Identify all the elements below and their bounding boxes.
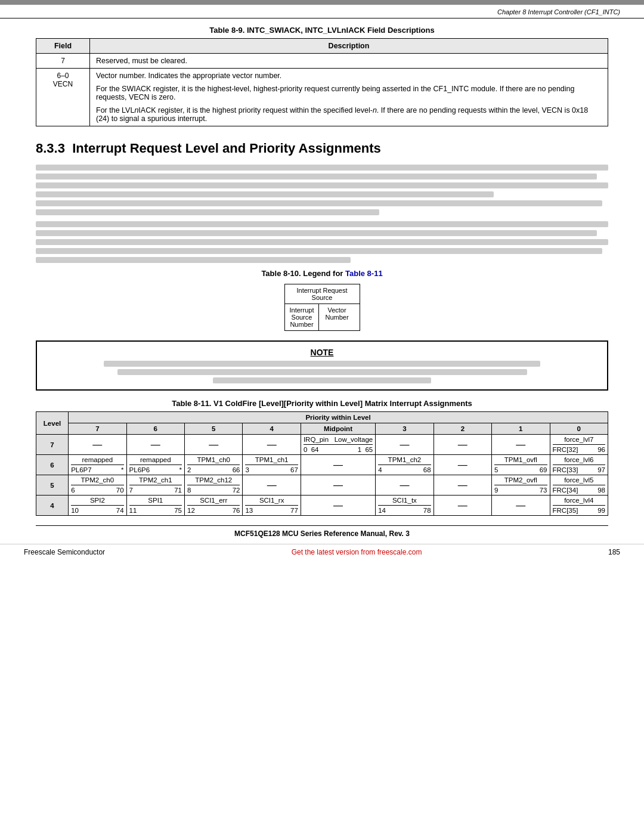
table9-title: Table 8-9. INTC_SWIACK, INTC_LVLnIACK Fi… <box>36 26 608 35</box>
l4-c2: — <box>434 496 491 516</box>
l7-c2: — <box>434 435 491 455</box>
l7-c7: — <box>69 435 126 455</box>
col-5: 5 <box>185 423 243 435</box>
l4-c7: SPI2 1074 <box>69 496 126 516</box>
col-3: 3 <box>376 423 434 435</box>
legend-right: VectorNumber <box>319 304 354 330</box>
l6-c0: force_lvl6 FRC[33]97 <box>550 455 608 475</box>
level-7-row: 7 — — — — IRQ_pin Low_voltage <box>36 435 608 455</box>
table-row: 7 Reserved, must be cleared. <box>36 54 608 69</box>
note-title: NOTE <box>49 348 595 357</box>
l7-c6: — <box>126 435 184 455</box>
irq-pin-nums: 0 64 <box>304 446 319 453</box>
section-title: Interrupt Request Level and Priority Ass… <box>72 141 381 156</box>
l6-c5: TPM1_ch0 266 <box>185 455 243 475</box>
col-1: 1 <box>492 423 550 435</box>
l4-midpoint: — <box>301 496 375 516</box>
l6-c3: TPM1_ch2 468 <box>376 455 434 475</box>
table-row: 6–0VECN Vector number. Indicates the app… <box>36 69 608 126</box>
note-box: NOTE <box>36 340 608 391</box>
body-paragraph-2 <box>36 221 608 263</box>
level-6-label: 6 <box>36 455 69 475</box>
legend-table: Interrupt RequestSource InterruptSourceN… <box>284 284 360 331</box>
footer-company: Freescale Semiconductor <box>24 548 105 556</box>
l4-c5: SCI1_err 1276 <box>185 496 243 516</box>
table9-col-desc: Description <box>90 39 608 54</box>
l6-c7: remapped PL6P7 * <box>69 455 126 475</box>
note-text <box>49 361 595 383</box>
footer-link[interactable]: Get the latest version from freescale.co… <box>105 548 608 556</box>
chapter-header: Chapter 8 Interrupt Controller (CF1_INTC… <box>0 5 644 18</box>
level-4-label: 4 <box>36 496 69 516</box>
level-col-header: Level <box>36 412 69 435</box>
legend-left: InterruptSourceNumber <box>285 304 320 330</box>
l7-c5: — <box>185 435 243 455</box>
l4-c0: force_lvl4 FRC[35]99 <box>550 496 608 516</box>
table10-title: Table 8-10. Legend for Table 8-11 <box>36 269 608 278</box>
legend-bottom: InterruptSourceNumber VectorNumber <box>285 304 360 330</box>
l5-c1: TPM2_ovfl 973 <box>492 475 550 496</box>
col-6: 6 <box>126 423 184 435</box>
level-6-row: 6 remapped PL6P7 * remapped PL6P6 * <box>36 455 608 475</box>
section-number: 8.3.3 <box>36 141 65 156</box>
l7-midpoint: IRQ_pin Low_voltage 0 64 1 65 <box>301 435 375 455</box>
field-vecn: 6–0VECN <box>36 69 90 126</box>
priority-header: Priority within Level <box>69 412 608 423</box>
footer-page: 185 <box>608 548 620 556</box>
l7-c3: — <box>376 435 434 455</box>
legend-container: Interrupt RequestSource InterruptSourceN… <box>36 284 608 331</box>
l5-c6: TPM2_ch1 771 <box>126 475 184 496</box>
legend-top: Interrupt RequestSource <box>285 284 360 304</box>
col-4: 4 <box>243 423 301 435</box>
top-bar <box>0 0 644 5</box>
l5-c2: — <box>434 475 491 496</box>
l5-c3: — <box>376 475 434 496</box>
footer-bottom: Freescale Semiconductor Get the latest v… <box>0 544 644 560</box>
l6-midpoint: — <box>301 455 375 475</box>
l4-c6: SPI1 1175 <box>126 496 184 516</box>
l5-c7: TPM2_ch0 670 <box>69 475 126 496</box>
body-paragraph-1 <box>36 165 608 215</box>
level-5-label: 5 <box>36 475 69 496</box>
l6-c2: — <box>434 455 491 475</box>
low-voltage-label: Low_voltage <box>335 436 373 443</box>
l4-c4: SCI1_rx 1377 <box>243 496 301 516</box>
l4-c1: — <box>492 496 550 516</box>
footer-manual: MCF51QE128 MCU Series Reference Manual, … <box>36 525 608 538</box>
field-7: 7 <box>36 54 90 69</box>
l6-c6: remapped PL6P6 * <box>126 455 184 475</box>
level-5-row: 5 TPM2_ch0 670 TPM2_ch1 771 TP <box>36 475 608 496</box>
col-0: 0 <box>550 423 608 435</box>
table11-title: Table 8-11. V1 ColdFire [Level][Priority… <box>36 399 608 408</box>
level-4-row: 4 SPI2 1074 SPI1 1175 SCI1_err <box>36 496 608 516</box>
col-midpoint: Midpoint <box>301 423 375 435</box>
l6-c1: TPM1_ovfl 569 <box>492 455 550 475</box>
low-voltage-nums: 1 65 <box>358 446 373 453</box>
l7-c4: — <box>243 435 301 455</box>
l7-c1: — <box>492 435 550 455</box>
irq-pin-label: IRQ_pin <box>304 436 329 443</box>
l7-c0: force_lvl7 FRC[32]96 <box>550 435 608 455</box>
l6-c4: TPM1_ch1 367 <box>243 455 301 475</box>
chapter-header-text: Chapter 8 Interrupt Controller (CF1_INTC… <box>497 8 620 16</box>
l5-midpoint: — <box>301 475 375 496</box>
level-7-label: 7 <box>36 435 69 455</box>
l5-c4: — <box>243 475 301 496</box>
section-heading: 8.3.3 Interrupt Request Level and Priori… <box>36 141 608 156</box>
table9-col-field: Field <box>36 39 90 54</box>
l4-c3: SCI1_tx 1478 <box>376 496 434 516</box>
l5-c0: force_lvl5 FRC[34]98 <box>550 475 608 496</box>
table9: Field Description 7 Reserved, must be cl… <box>36 38 608 126</box>
col-7: 7 <box>69 423 126 435</box>
table11: Level Priority within Level 7 6 5 4 Midp… <box>36 411 608 516</box>
desc-vecn: Vector number. Indicates the appropriate… <box>90 69 608 126</box>
desc-7: Reserved, must be cleared. <box>90 54 608 69</box>
col-2: 2 <box>434 423 491 435</box>
l5-c5: TPM2_ch12 872 <box>185 475 243 496</box>
